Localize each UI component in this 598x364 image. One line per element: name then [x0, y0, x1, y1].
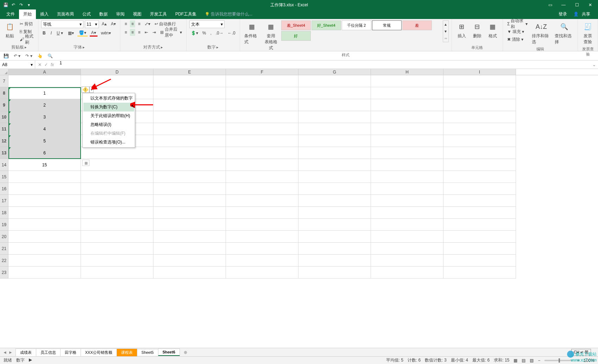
tell-me-search[interactable]: 💡 告诉我您想要做什么...	[201, 9, 257, 19]
cell[interactable]	[371, 243, 443, 255]
cell[interactable]	[443, 171, 516, 183]
redo-icon[interactable]: ↷	[18, 2, 24, 8]
sheet-tab[interactable]: 田字格	[60, 349, 81, 356]
cell[interactable]	[153, 231, 226, 243]
cell[interactable]	[153, 207, 226, 219]
cell[interactable]	[8, 243, 81, 255]
cell[interactable]	[153, 87, 226, 99]
cell[interactable]	[298, 135, 371, 147]
format-painter-button[interactable]: 🖌 格式刷	[18, 36, 35, 43]
indent-inc-icon[interactable]: ⇥	[151, 29, 157, 36]
ribbon-options-icon[interactable]: ▭	[544, 1, 556, 8]
paste-button[interactable]: 📋粘贴	[3, 20, 17, 40]
login-link[interactable]: 登录	[556, 9, 569, 19]
cell[interactable]	[8, 75, 81, 87]
cond-format-button[interactable]: ▦条件格式	[243, 20, 261, 46]
cell[interactable]	[298, 195, 371, 207]
cell[interactable]	[81, 207, 153, 219]
cell[interactable]	[153, 159, 226, 171]
style-good[interactable]: 好	[281, 31, 311, 41]
cell[interactable]	[81, 267, 153, 279]
cell[interactable]	[443, 123, 516, 135]
sheet-tab[interactable]: XXX公司销售额	[81, 349, 117, 356]
redo-icon[interactable]: ↷ ▾	[25, 53, 32, 58]
cell[interactable]	[226, 267, 298, 279]
cell[interactable]	[371, 171, 443, 183]
align-middle-icon[interactable]: ≡	[130, 20, 135, 27]
sheet-nav-first-icon[interactable]: ◄	[3, 350, 7, 355]
cell[interactable]: 6	[8, 147, 81, 159]
cell[interactable]	[226, 231, 298, 243]
sheet-tab[interactable]: 成绩表	[15, 349, 36, 356]
tab-dev[interactable]: 开发工具	[146, 9, 171, 19]
select-all-button[interactable]	[0, 69, 8, 75]
row-header[interactable]: 11	[0, 123, 8, 135]
decrease-font-icon[interactable]: A▾	[109, 20, 117, 27]
minimize-icon[interactable]: —	[557, 1, 570, 8]
cell[interactable]	[298, 183, 371, 195]
qat-more-icon[interactable]: ▾	[26, 2, 32, 8]
italic-button[interactable]: I	[49, 30, 53, 37]
cell[interactable]	[153, 75, 226, 87]
cell[interactable]	[298, 99, 371, 111]
align-right-icon[interactable]: ≡	[137, 29, 142, 36]
cell[interactable]: 2	[8, 99, 81, 111]
sheet-nav-last-icon[interactable]: ►	[8, 350, 13, 355]
cell[interactable]	[8, 255, 81, 267]
cell[interactable]	[443, 183, 516, 195]
cell[interactable]	[226, 87, 298, 99]
cell[interactable]	[226, 75, 298, 87]
cell[interactable]	[371, 147, 443, 159]
inc-decimal-icon[interactable]: .0→	[214, 30, 225, 37]
sort-filter-button[interactable]: A↓Z排序和筛选	[530, 20, 552, 46]
cell[interactable]	[371, 255, 443, 267]
tab-view[interactable]: 视图	[129, 9, 146, 19]
tab-layout[interactable]: 页面布局	[53, 9, 78, 19]
currency-icon[interactable]: 💲▾	[189, 30, 200, 37]
cell[interactable]	[226, 159, 298, 171]
print-preview-icon[interactable]: 🔍	[48, 53, 53, 58]
cell[interactable]	[81, 219, 153, 231]
style-good-sheet4[interactable]: 好_Sheet4	[311, 20, 341, 30]
style-bad-sheet4[interactable]: 差_Sheet4	[281, 20, 311, 30]
cell[interactable]	[371, 75, 443, 87]
maximize-icon[interactable]: ☐	[571, 1, 583, 8]
cell[interactable]	[226, 171, 298, 183]
tab-formulas[interactable]: 公式	[78, 9, 95, 19]
formula-expand-icon[interactable]: ⌄	[590, 62, 598, 67]
cell[interactable]	[81, 231, 153, 243]
cell[interactable]	[8, 207, 81, 219]
cell[interactable]	[298, 123, 371, 135]
enter-icon[interactable]: ✓	[44, 62, 48, 67]
cell[interactable]	[371, 99, 443, 111]
style-thousand[interactable]: 千位分隔 2	[342, 20, 371, 30]
cell[interactable]	[443, 99, 516, 111]
cell[interactable]	[298, 219, 371, 231]
save-icon[interactable]: 💾	[4, 53, 9, 58]
cell[interactable]	[153, 99, 226, 111]
cell[interactable]: 15	[8, 159, 81, 171]
font-name-combo[interactable]: 等线▾	[41, 20, 83, 28]
cell[interactable]	[81, 243, 153, 255]
menu-error-check-options[interactable]: 错误检查选项(O)...	[83, 138, 134, 147]
fill-button[interactable]: ▼ 填充▾	[506, 28, 529, 35]
tab-home[interactable]: 开始	[19, 9, 36, 19]
cell[interactable]	[81, 147, 153, 159]
cell[interactable]	[226, 195, 298, 207]
tab-review[interactable]: 审阅	[112, 9, 129, 19]
cell[interactable]	[298, 87, 371, 99]
cell[interactable]	[153, 135, 226, 147]
cell[interactable]	[226, 183, 298, 195]
row-header[interactable]: 22	[0, 255, 8, 267]
row-header[interactable]: 9	[0, 99, 8, 111]
percent-icon[interactable]: %	[201, 30, 208, 37]
cell[interactable]	[298, 171, 371, 183]
cell[interactable]	[153, 255, 226, 267]
view-pagebreak-icon[interactable]: ▧	[530, 358, 534, 363]
cell[interactable]	[226, 147, 298, 159]
underline-button[interactable]: U▾	[55, 30, 64, 37]
cell[interactable]	[298, 207, 371, 219]
col-header-i[interactable]: I	[443, 69, 516, 75]
col-header-e[interactable]: E	[153, 69, 226, 75]
col-header-a[interactable]: A	[8, 69, 81, 75]
